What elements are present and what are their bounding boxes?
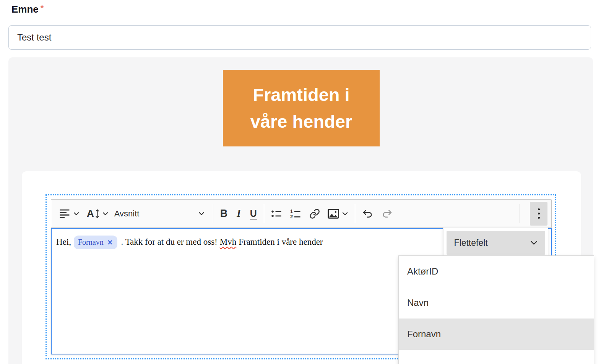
toolbar-divider	[264, 204, 264, 223]
required-asterisk: *	[41, 3, 44, 13]
svg-text:1: 1	[290, 209, 293, 214]
image-dropdown-button[interactable]	[324, 202, 352, 225]
align-dropdown-button[interactable]	[55, 202, 83, 225]
merge-field-chip-label: Fornavn	[78, 238, 104, 246]
option-fornavn[interactable]: Fornavn	[399, 318, 594, 350]
more-options-button[interactable]	[530, 202, 547, 226]
align-left-icon	[59, 209, 70, 219]
logo-line-1: Framtiden i	[253, 81, 349, 109]
italic-icon: I	[235, 208, 242, 219]
merge-field-select-label: Flettefelt	[454, 238, 488, 248]
toolbar-divider	[355, 204, 355, 223]
bulleted-list-icon	[271, 209, 283, 219]
bulleted-list-button[interactable]	[267, 202, 286, 225]
brand-logo: Framtiden i våre hender	[223, 70, 380, 146]
option-navn[interactable]: Navn	[399, 287, 594, 318]
subject-label-text: Emne	[11, 3, 39, 15]
font-size-dropdown-button[interactable]: A	[83, 202, 112, 225]
undo-button[interactable]	[358, 202, 377, 225]
paragraph-style-dropdown[interactable]: Avsnitt	[112, 202, 210, 225]
numbered-list-icon: 1 2	[290, 209, 302, 219]
toolbar-divider	[213, 204, 213, 223]
redo-icon	[381, 209, 393, 218]
chevron-down-icon	[530, 240, 538, 245]
merge-field-chip[interactable]: Fornavn×	[74, 236, 117, 249]
body-text: . Takk for at du er med oss!	[121, 237, 218, 247]
body-text: Framtiden i våre hender	[239, 237, 323, 247]
link-button[interactable]	[305, 202, 324, 225]
merge-field-options-list: AktørID Navn Fornavn	[398, 255, 594, 364]
body-text: Hei,	[56, 237, 71, 247]
bold-button[interactable]: B	[216, 202, 232, 225]
chevron-down-icon	[102, 212, 108, 216]
font-size-icon: A	[87, 208, 99, 219]
misspelled-word: Mvh	[220, 237, 236, 247]
redo-button[interactable]	[377, 202, 396, 225]
chevron-down-icon	[198, 211, 205, 216]
option-aktorid[interactable]: AktørID	[399, 256, 594, 287]
kebab-menu-icon	[538, 208, 540, 219]
chip-remove-icon[interactable]: ×	[107, 238, 113, 246]
chevron-down-icon	[342, 212, 348, 216]
underline-button[interactable]: U	[246, 202, 261, 225]
toolbar-divider	[520, 204, 520, 223]
bold-icon: B	[220, 208, 228, 219]
underline-icon: U	[250, 208, 257, 219]
merge-field-balloon: Flettefelt	[443, 227, 548, 258]
subject-label: Emne*	[11, 3, 44, 15]
italic-button[interactable]: I	[231, 202, 246, 225]
undo-icon	[362, 209, 374, 218]
merge-field-select[interactable]: Flettefelt	[447, 231, 545, 255]
logo-line-2: våre hender	[250, 108, 352, 135]
editor-toolbar: A Avsnitt	[51, 199, 552, 228]
paragraph-style-label: Avsnitt	[114, 209, 140, 219]
numbered-list-button[interactable]: 1 2	[286, 202, 305, 225]
svg-text:2: 2	[290, 214, 293, 219]
link-icon	[309, 208, 320, 219]
image-icon	[328, 209, 339, 219]
chevron-down-icon	[73, 212, 79, 216]
subject-input[interactable]	[8, 25, 591, 50]
